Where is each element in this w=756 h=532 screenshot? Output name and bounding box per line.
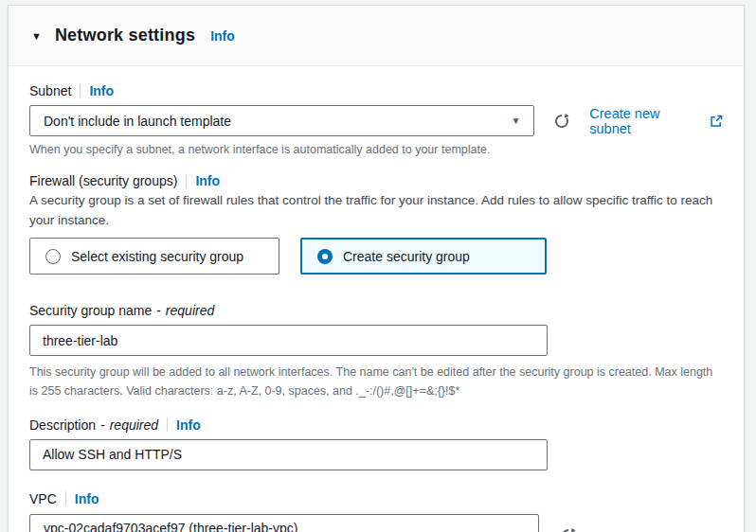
label-separator: - — [156, 303, 161, 318]
description-info-link[interactable]: Info — [176, 417, 201, 433]
subnet-label-row: Subnet Info — [29, 83, 723, 98]
radio-checked-icon[interactable] — [317, 249, 333, 264]
label-divider — [167, 417, 168, 432]
vpc-select[interactable]: vpc-02cadaf9703acef97 (three-tier-lab-vp… — [29, 514, 539, 532]
label-divider — [65, 491, 66, 505]
subnet-label: Subnet — [29, 83, 71, 98]
subnet-control-row: Don't include in launch template ▼ Creat… — [29, 105, 723, 136]
description-label: Description — [29, 417, 96, 433]
vpc-info-link[interactable]: Info — [75, 491, 99, 506]
network-settings-body: Subnet Info Don't include in launch temp… — [9, 66, 744, 532]
refresh-icon — [553, 113, 570, 130]
label-divider — [80, 84, 81, 98]
label-separator: - — [100, 417, 105, 433]
firewall-label-row: Firewall (security groups) Info — [29, 173, 723, 188]
option-label: Select existing security group — [71, 249, 243, 264]
dropdown-arrow-icon: ▼ — [512, 115, 521, 126]
security-group-name-input[interactable] — [29, 325, 548, 356]
refresh-icon — [560, 527, 577, 532]
firewall-description: A security group is a set of firewall ru… — [29, 191, 723, 231]
subnet-select-value: Don't include in launch template — [44, 114, 231, 129]
security-group-name-label: Security group name — [29, 303, 152, 318]
vpc-control-row: vpc-02cadaf9703acef97 (three-tier-lab-vp… — [29, 514, 723, 532]
label-divider — [186, 174, 187, 188]
radio-unchecked-icon[interactable] — [45, 249, 61, 264]
create-security-group-option[interactable]: Create security group — [300, 238, 547, 275]
subnet-info-link[interactable]: Info — [89, 83, 114, 98]
subnet-refresh-button[interactable] — [551, 111, 572, 132]
description-input[interactable] — [29, 439, 548, 470]
firewall-info-link[interactable]: Info — [195, 173, 220, 188]
vpc-select-value: vpc-02cadaf9703acef97 (three-tier-lab-vp… — [44, 520, 297, 532]
collapse-triangle-icon[interactable]: ▼ — [31, 30, 42, 42]
external-link-icon — [710, 115, 723, 128]
firewall-label: Firewall (security groups) — [29, 173, 177, 188]
create-new-subnet-label: Create new subnet — [589, 106, 704, 136]
vpc-label: VPC — [29, 491, 57, 506]
create-new-subnet-link[interactable]: Create new subnet — [589, 106, 723, 136]
firewall-options: Select existing security group Create se… — [29, 238, 723, 275]
network-settings-header[interactable]: ▼ Network settings Info — [9, 6, 744, 66]
security-group-name-helper-text: This security group will be added to all… — [29, 364, 723, 400]
select-existing-security-group-option[interactable]: Select existing security group — [29, 238, 279, 275]
panel-title: Network settings — [55, 26, 195, 45]
required-label: required — [110, 417, 158, 433]
option-label: Create security group — [343, 249, 470, 264]
security-group-name-label-row: Security group name - required — [29, 303, 723, 318]
vpc-label-row: VPC Info — [29, 491, 723, 506]
subnet-select[interactable]: Don't include in launch template ▼ — [29, 105, 534, 136]
required-label: required — [166, 303, 214, 318]
network-settings-info-link[interactable]: Info — [210, 28, 235, 44]
description-label-row: Description - required Info — [29, 417, 723, 433]
subnet-helper-text: When you specify a subnet, a network int… — [29, 141, 723, 159]
vpc-refresh-button[interactable] — [558, 525, 579, 532]
network-settings-panel: ▼ Network settings Info Subnet Info Don'… — [8, 5, 745, 532]
